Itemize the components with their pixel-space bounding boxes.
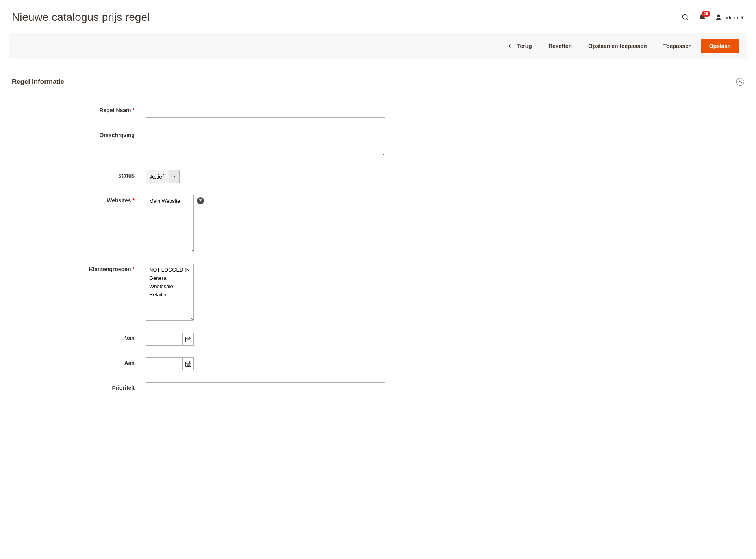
status-select[interactable]: Actief <box>146 170 169 183</box>
from-date-input[interactable] <box>146 333 182 345</box>
required-mark: * <box>133 197 135 204</box>
section-title: Regel Informatie <box>12 78 64 86</box>
admin-user-label: admin <box>724 15 738 20</box>
calendar-icon[interactable] <box>182 333 193 345</box>
header-actions: 19 admin <box>681 13 744 22</box>
back-button[interactable]: Terug <box>501 39 539 53</box>
search-icon[interactable] <box>681 13 690 22</box>
to-date-wrap <box>146 357 194 370</box>
section-header-rule-info[interactable]: Regel Informatie <box>12 59 744 93</box>
chevron-down-icon <box>169 170 179 183</box>
priority-label: Prioriteit <box>12 382 146 391</box>
help-icon[interactable]: ? <box>197 197 204 204</box>
page-header: Nieuwe catalogus prijs regel 19 admin <box>12 0 744 33</box>
page-title: Nieuwe catalogus prijs regel <box>12 11 150 24</box>
reset-button[interactable]: Resetten <box>541 39 579 53</box>
svg-rect-2 <box>185 337 191 342</box>
websites-label: Websites* <box>12 195 146 204</box>
description-input[interactable] <box>146 130 385 157</box>
description-label: Omschrijving <box>12 130 146 138</box>
chevron-up-icon <box>736 78 744 86</box>
websites-multiselect[interactable]: Main Website <box>146 195 194 252</box>
notification-badge: 19 <box>702 11 710 17</box>
apply-button[interactable]: Toepassen <box>656 39 699 53</box>
svg-rect-8 <box>185 362 191 366</box>
status-label: status <box>12 170 146 179</box>
action-bar: Terug Resetten Opslaan en toepassen Toep… <box>9 33 747 59</box>
notifications-icon[interactable]: 19 <box>699 13 706 21</box>
from-label: Van <box>12 333 146 341</box>
to-date-input[interactable] <box>146 358 182 370</box>
rule-name-label: Regel Naam* <box>12 105 146 113</box>
required-mark: * <box>133 107 135 113</box>
user-icon <box>715 14 722 21</box>
rule-name-input[interactable] <box>146 105 385 118</box>
arrow-left-icon <box>508 44 514 48</box>
svg-point-0 <box>682 15 687 19</box>
priority-input[interactable] <box>146 382 385 395</box>
status-select-wrap: Actief <box>146 170 180 183</box>
from-date-wrap <box>146 333 194 346</box>
calendar-icon[interactable] <box>182 358 193 370</box>
back-button-label: Terug <box>517 43 532 49</box>
save-apply-button[interactable]: Opslaan en toepassen <box>581 39 654 53</box>
customer-groups-label: Klantengroepen* <box>12 264 146 272</box>
customer-groups-multiselect[interactable]: NOT LOGGED INGeneralWholesaleRetailer <box>146 264 194 321</box>
to-label: Aan <box>12 357 146 366</box>
chevron-down-icon <box>741 16 744 19</box>
save-button[interactable]: Opslaan <box>701 39 739 53</box>
required-mark: * <box>133 266 135 272</box>
svg-line-1 <box>687 19 688 20</box>
admin-user-menu[interactable]: admin <box>715 14 744 21</box>
rule-info-form: Regel Naam* Omschrijving status Actief <box>12 93 744 395</box>
